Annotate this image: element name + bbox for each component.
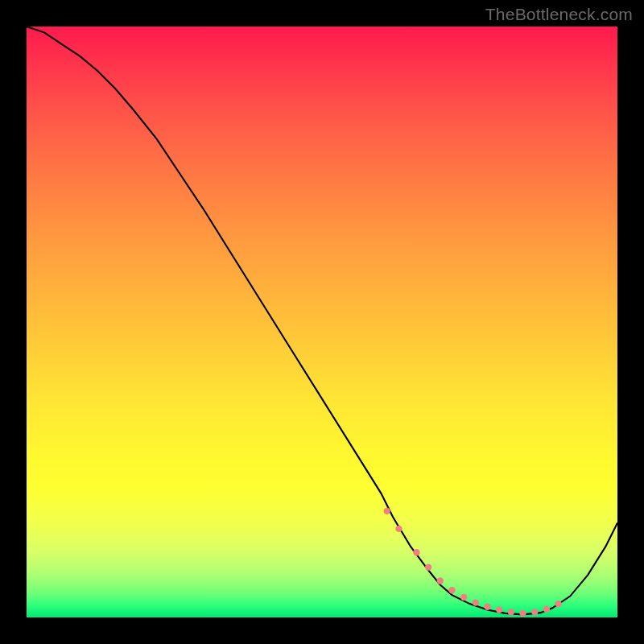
data-dot	[555, 601, 561, 607]
data-dot	[519, 610, 526, 617]
data-dot	[425, 564, 431, 570]
watermark-text: TheBottleneck.com	[485, 5, 633, 24]
data-dot	[460, 594, 467, 601]
data-dot	[448, 587, 455, 593]
data-marker-dots	[384, 508, 562, 617]
data-dot	[484, 604, 490, 610]
data-dot	[531, 609, 538, 615]
data-dot	[508, 609, 514, 615]
plot-area	[27, 27, 617, 617]
data-dot	[395, 526, 402, 532]
bottleneck-curve-svg	[27, 27, 617, 617]
data-dot	[437, 577, 444, 584]
data-dot	[384, 508, 390, 514]
data-dot	[496, 606, 502, 613]
data-dot	[543, 606, 550, 613]
chart-frame: TheBottleneck.com	[0, 0, 644, 644]
bottleneck-curve	[27, 27, 617, 614]
data-dot	[413, 549, 419, 555]
data-dot	[473, 599, 479, 605]
